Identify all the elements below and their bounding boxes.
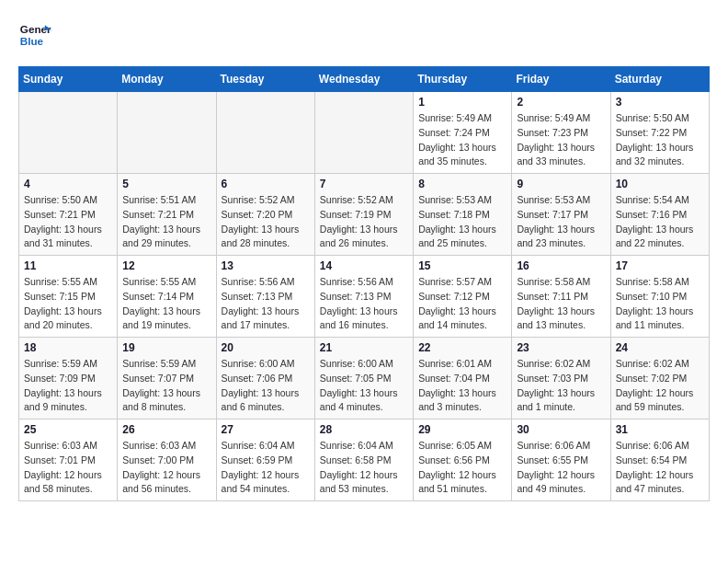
calendar-week-row: 18Sunrise: 5:59 AM Sunset: 7:09 PM Dayli… bbox=[19, 338, 710, 419]
day-number: 9 bbox=[517, 178, 605, 190]
calendar-cell: 7Sunrise: 5:52 AM Sunset: 7:19 PM Daylig… bbox=[314, 174, 413, 256]
day-number: 22 bbox=[418, 341, 506, 354]
day-number: 30 bbox=[517, 423, 605, 436]
calendar-cell: 14Sunrise: 5:56 AM Sunset: 7:13 PM Dayli… bbox=[314, 256, 413, 338]
calendar-cell: 28Sunrise: 6:04 AM Sunset: 6:58 PM Dayli… bbox=[314, 419, 413, 501]
page-header: General Blue bbox=[18, 18, 710, 52]
day-info: Sunrise: 6:05 AM Sunset: 6:56 PM Dayligh… bbox=[418, 439, 506, 497]
day-info: Sunrise: 5:52 AM Sunset: 7:19 PM Dayligh… bbox=[320, 193, 408, 251]
day-info: Sunrise: 5:59 AM Sunset: 7:07 PM Dayligh… bbox=[122, 357, 210, 415]
calendar-cell bbox=[19, 92, 118, 174]
calendar-cell: 2Sunrise: 5:49 AM Sunset: 7:23 PM Daylig… bbox=[512, 92, 610, 174]
calendar-cell bbox=[216, 92, 314, 174]
day-info: Sunrise: 5:55 AM Sunset: 7:15 PM Dayligh… bbox=[24, 275, 112, 333]
day-number: 20 bbox=[222, 341, 310, 354]
day-number: 25 bbox=[24, 423, 112, 436]
day-number: 12 bbox=[122, 259, 210, 272]
day-number: 10 bbox=[616, 178, 704, 190]
logo-icon: General Blue bbox=[18, 18, 51, 52]
calendar-week-row: 11Sunrise: 5:55 AM Sunset: 7:15 PM Dayli… bbox=[19, 256, 710, 338]
day-info: Sunrise: 5:56 AM Sunset: 7:13 PM Dayligh… bbox=[222, 275, 310, 333]
calendar-cell: 20Sunrise: 6:00 AM Sunset: 7:06 PM Dayli… bbox=[216, 338, 314, 419]
day-info: Sunrise: 6:02 AM Sunset: 7:02 PM Dayligh… bbox=[616, 357, 704, 415]
day-info: Sunrise: 5:52 AM Sunset: 7:20 PM Dayligh… bbox=[222, 193, 310, 251]
day-number: 27 bbox=[222, 423, 310, 436]
calendar-cell bbox=[118, 92, 216, 174]
calendar-cell: 4Sunrise: 5:50 AM Sunset: 7:21 PM Daylig… bbox=[19, 174, 118, 256]
calendar-week-row: 1Sunrise: 5:49 AM Sunset: 7:24 PM Daylig… bbox=[19, 92, 710, 174]
calendar-cell: 1Sunrise: 5:49 AM Sunset: 7:24 PM Daylig… bbox=[414, 92, 512, 174]
calendar-cell: 9Sunrise: 5:53 AM Sunset: 7:17 PM Daylig… bbox=[512, 174, 610, 256]
weekday-header-saturday: Saturday bbox=[610, 67, 709, 92]
calendar-table: SundayMondayTuesdayWednesdayThursdayFrid… bbox=[18, 66, 710, 501]
weekday-header-sunday: Sunday bbox=[19, 67, 118, 92]
day-info: Sunrise: 5:49 AM Sunset: 7:24 PM Dayligh… bbox=[418, 111, 506, 169]
day-number: 14 bbox=[320, 259, 408, 272]
day-info: Sunrise: 6:02 AM Sunset: 7:03 PM Dayligh… bbox=[517, 357, 605, 415]
day-info: Sunrise: 6:06 AM Sunset: 6:55 PM Dayligh… bbox=[517, 439, 605, 497]
calendar-cell: 13Sunrise: 5:56 AM Sunset: 7:13 PM Dayli… bbox=[216, 256, 314, 338]
day-info: Sunrise: 5:50 AM Sunset: 7:21 PM Dayligh… bbox=[24, 193, 112, 251]
calendar-cell: 23Sunrise: 6:02 AM Sunset: 7:03 PM Dayli… bbox=[512, 338, 610, 419]
calendar-cell: 31Sunrise: 6:06 AM Sunset: 6:54 PM Dayli… bbox=[610, 419, 709, 501]
day-info: Sunrise: 5:58 AM Sunset: 7:11 PM Dayligh… bbox=[517, 275, 605, 333]
day-number: 18 bbox=[24, 341, 112, 354]
day-info: Sunrise: 6:03 AM Sunset: 7:01 PM Dayligh… bbox=[24, 439, 112, 497]
day-info: Sunrise: 6:04 AM Sunset: 6:59 PM Dayligh… bbox=[222, 439, 310, 497]
day-number: 29 bbox=[418, 423, 506, 436]
day-number: 6 bbox=[222, 178, 310, 190]
day-info: Sunrise: 5:57 AM Sunset: 7:12 PM Dayligh… bbox=[418, 275, 506, 333]
calendar-cell: 17Sunrise: 5:58 AM Sunset: 7:10 PM Dayli… bbox=[610, 256, 709, 338]
day-number: 11 bbox=[24, 259, 112, 272]
day-info: Sunrise: 6:06 AM Sunset: 6:54 PM Dayligh… bbox=[616, 439, 704, 497]
calendar-cell: 29Sunrise: 6:05 AM Sunset: 6:56 PM Dayli… bbox=[414, 419, 512, 501]
day-number: 28 bbox=[320, 423, 408, 436]
day-info: Sunrise: 6:01 AM Sunset: 7:04 PM Dayligh… bbox=[418, 357, 506, 415]
calendar-cell: 21Sunrise: 6:00 AM Sunset: 7:05 PM Dayli… bbox=[314, 338, 413, 419]
day-number: 31 bbox=[616, 423, 704, 436]
day-info: Sunrise: 5:53 AM Sunset: 7:18 PM Dayligh… bbox=[418, 193, 506, 251]
day-number: 4 bbox=[24, 178, 112, 190]
calendar-cell: 27Sunrise: 6:04 AM Sunset: 6:59 PM Dayli… bbox=[216, 419, 314, 501]
day-number: 21 bbox=[320, 341, 408, 354]
weekday-header-thursday: Thursday bbox=[414, 67, 512, 92]
day-number: 26 bbox=[122, 423, 210, 436]
day-number: 17 bbox=[616, 259, 704, 272]
svg-text:Blue: Blue bbox=[20, 35, 44, 47]
day-number: 5 bbox=[122, 178, 210, 190]
day-info: Sunrise: 5:49 AM Sunset: 7:23 PM Dayligh… bbox=[517, 111, 605, 169]
calendar-cell: 10Sunrise: 5:54 AM Sunset: 7:16 PM Dayli… bbox=[610, 174, 709, 256]
day-number: 7 bbox=[320, 178, 408, 190]
day-info: Sunrise: 5:59 AM Sunset: 7:09 PM Dayligh… bbox=[24, 357, 112, 415]
calendar-cell: 19Sunrise: 5:59 AM Sunset: 7:07 PM Dayli… bbox=[118, 338, 216, 419]
logo: General Blue bbox=[18, 18, 51, 52]
day-info: Sunrise: 5:58 AM Sunset: 7:10 PM Dayligh… bbox=[616, 275, 704, 333]
calendar-cell: 6Sunrise: 5:52 AM Sunset: 7:20 PM Daylig… bbox=[216, 174, 314, 256]
day-info: Sunrise: 5:50 AM Sunset: 7:22 PM Dayligh… bbox=[616, 111, 704, 169]
day-info: Sunrise: 6:04 AM Sunset: 6:58 PM Dayligh… bbox=[320, 439, 408, 497]
calendar-cell: 22Sunrise: 6:01 AM Sunset: 7:04 PM Dayli… bbox=[414, 338, 512, 419]
day-number: 19 bbox=[122, 341, 210, 354]
calendar-cell: 25Sunrise: 6:03 AM Sunset: 7:01 PM Dayli… bbox=[19, 419, 118, 501]
calendar-cell: 30Sunrise: 6:06 AM Sunset: 6:55 PM Dayli… bbox=[512, 419, 610, 501]
calendar-week-row: 25Sunrise: 6:03 AM Sunset: 7:01 PM Dayli… bbox=[19, 419, 710, 501]
day-info: Sunrise: 6:00 AM Sunset: 7:06 PM Dayligh… bbox=[222, 357, 310, 415]
calendar-cell: 12Sunrise: 5:55 AM Sunset: 7:14 PM Dayli… bbox=[118, 256, 216, 338]
day-info: Sunrise: 5:51 AM Sunset: 7:21 PM Dayligh… bbox=[122, 193, 210, 251]
day-number: 3 bbox=[616, 96, 704, 109]
calendar-week-row: 4Sunrise: 5:50 AM Sunset: 7:21 PM Daylig… bbox=[19, 174, 710, 256]
day-number: 1 bbox=[418, 96, 506, 109]
day-number: 24 bbox=[616, 341, 704, 354]
calendar-cell: 5Sunrise: 5:51 AM Sunset: 7:21 PM Daylig… bbox=[118, 174, 216, 256]
day-number: 2 bbox=[517, 96, 605, 109]
calendar-cell: 16Sunrise: 5:58 AM Sunset: 7:11 PM Dayli… bbox=[512, 256, 610, 338]
weekday-header-friday: Friday bbox=[512, 67, 610, 92]
calendar-cell: 11Sunrise: 5:55 AM Sunset: 7:15 PM Dayli… bbox=[19, 256, 118, 338]
day-info: Sunrise: 6:00 AM Sunset: 7:05 PM Dayligh… bbox=[320, 357, 408, 415]
weekday-header-wednesday: Wednesday bbox=[314, 67, 413, 92]
calendar-cell: 8Sunrise: 5:53 AM Sunset: 7:18 PM Daylig… bbox=[414, 174, 512, 256]
calendar-cell: 24Sunrise: 6:02 AM Sunset: 7:02 PM Dayli… bbox=[610, 338, 709, 419]
day-number: 23 bbox=[517, 341, 605, 354]
day-info: Sunrise: 5:55 AM Sunset: 7:14 PM Dayligh… bbox=[122, 275, 210, 333]
day-info: Sunrise: 5:54 AM Sunset: 7:16 PM Dayligh… bbox=[616, 193, 704, 251]
